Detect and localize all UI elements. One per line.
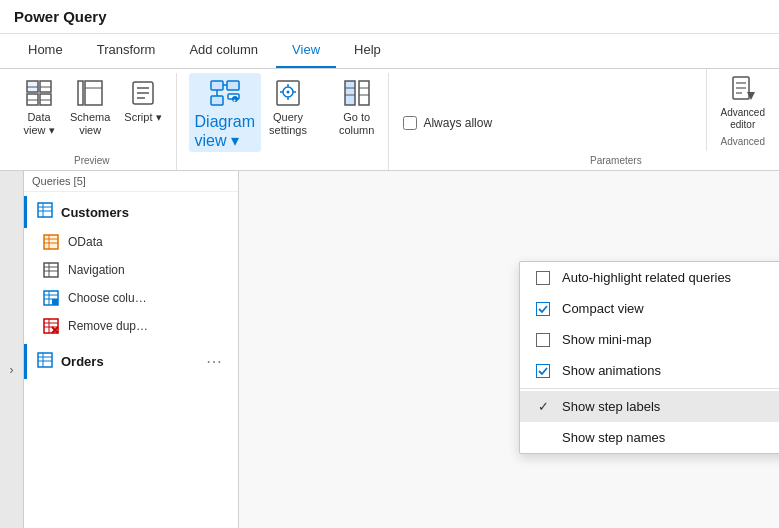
svg-rect-16 (227, 81, 239, 90)
always-allow-checkbox[interactable] (403, 116, 417, 130)
parameters-group-label: Parameters (590, 155, 642, 166)
schema-view-button[interactable]: Schemaview (64, 73, 116, 139)
data-view-icon (23, 77, 55, 109)
compact-view-check (534, 302, 552, 316)
auto-highlight-label: Auto-highlight related queries (562, 270, 731, 285)
navigation-icon (42, 261, 60, 279)
compact-view-label: Compact view (562, 301, 644, 316)
queries-list: Customers OData (24, 192, 238, 528)
tab-transform[interactable]: Transform (81, 34, 172, 68)
svg-rect-40 (38, 203, 52, 217)
odata-name: OData (68, 235, 103, 249)
always-allow-group: Always allow (393, 73, 503, 170)
compact-view-checkbox (536, 302, 550, 316)
odata-item[interactable]: OData (24, 228, 238, 256)
ribbon-group-diagram: + Diagramview ▾ (181, 73, 321, 170)
main-area: › Queries [5] Customers (0, 171, 779, 528)
choose-columns-icon (42, 289, 60, 307)
advanced-editor-icon (727, 73, 759, 105)
tab-view[interactable]: View (276, 34, 336, 68)
ribbon-group-layout: Go tocolumn - (325, 73, 389, 170)
choose-columns-name: Choose colu… (68, 291, 147, 305)
menu-compact-view[interactable]: Compact view (520, 293, 779, 324)
svg-rect-17 (211, 96, 223, 105)
remove-dup-item[interactable]: Remove dup… (24, 312, 238, 340)
script-button[interactable]: Script ▾ (118, 73, 167, 126)
svg-rect-56 (52, 299, 58, 305)
preview-buttons: Dataview ▾ Schemaview (16, 73, 168, 152)
navigation-item[interactable]: Navigation (24, 256, 238, 284)
show-step-names-label: Show step names (562, 430, 665, 445)
svg-rect-9 (85, 81, 102, 105)
menu-show-animations[interactable]: Show animations (520, 355, 779, 386)
auto-highlight-checkbox (536, 271, 550, 285)
data-view-button[interactable]: Dataview ▾ (16, 73, 62, 139)
ribbon-content: Dataview ▾ Schemaview (0, 69, 779, 171)
ribbon-tabs: Home Transform Add column View Help (0, 34, 779, 69)
queries-panel-label: Queries [5] (32, 175, 86, 187)
orders-name: Orders (61, 354, 104, 369)
odata-icon (42, 233, 60, 251)
menu-separator (520, 388, 779, 389)
menu-show-minimap[interactable]: Show mini-map (520, 324, 779, 355)
query-settings-icon (272, 77, 304, 109)
show-animations-label: Show animations (562, 363, 661, 378)
data-view-label: Dataview ▾ (23, 111, 54, 137)
show-minimap-check (534, 333, 552, 347)
remove-dup-name: Remove dup… (68, 319, 148, 333)
layout-buttons: Go tocolumn (333, 73, 380, 152)
svg-rect-63 (38, 353, 52, 367)
schema-view-icon (74, 77, 106, 109)
orders-menu-button[interactable]: ⋯ (200, 350, 228, 373)
remove-dup-icon (42, 317, 60, 335)
go-to-column-button[interactable]: Go tocolumn (333, 73, 380, 139)
diagram-buttons: + Diagramview ▾ (189, 73, 313, 152)
choose-columns-item[interactable]: Choose colu… (24, 284, 238, 312)
show-minimap-label: Show mini-map (562, 332, 652, 347)
orders-header[interactable]: Orders ⋯ (24, 344, 238, 379)
customers-name: Customers (61, 205, 129, 220)
menu-show-step-names[interactable]: Show step names (520, 422, 779, 453)
script-icon (127, 77, 159, 109)
navigation-name: Navigation (68, 263, 125, 277)
customers-group: Customers OData (24, 196, 238, 340)
svg-rect-31 (359, 81, 369, 105)
sidebar-collapse-button[interactable]: › (0, 171, 24, 528)
show-animations-checkbox (536, 364, 550, 378)
orders-group: Orders ⋯ (24, 344, 238, 379)
svg-rect-8 (78, 81, 83, 105)
always-allow-label: Always allow (423, 116, 492, 130)
title-bar: Power Query (0, 0, 779, 34)
ribbon-group-preview: Dataview ▾ Schemaview (8, 73, 177, 170)
show-animations-check (534, 364, 552, 378)
auto-highlight-check (534, 271, 552, 285)
diagram-view-button[interactable]: + Diagramview ▾ (189, 73, 261, 152)
menu-show-step-labels[interactable]: ✓ Show step labels (520, 391, 779, 422)
show-minimap-checkbox (536, 333, 550, 347)
tab-add-column[interactable]: Add column (173, 34, 274, 68)
query-settings-label: Querysettings (269, 111, 307, 137)
tab-home[interactable]: Home (12, 34, 79, 68)
show-step-labels-checkmark: ✓ (538, 399, 549, 414)
script-label: Script ▾ (124, 111, 161, 124)
diagram-area: Auto-highlight related queries Compact v… (239, 171, 779, 528)
svg-rect-44 (44, 235, 58, 249)
always-allow-checkbox-wrap[interactable]: Always allow (403, 116, 492, 130)
svg-rect-48 (44, 263, 58, 277)
tab-help[interactable]: Help (338, 34, 397, 68)
dropdown-menu: Auto-highlight related queries Compact v… (519, 261, 779, 454)
menu-auto-highlight[interactable]: Auto-highlight related queries (520, 262, 779, 293)
svg-rect-30 (345, 81, 355, 105)
show-step-labels-check: ✓ (534, 399, 552, 414)
customers-header[interactable]: Customers (24, 196, 238, 228)
advanced-editor-label: Advancededitor (721, 107, 765, 131)
ribbon-group-advanced: Advancededitor Advanced (706, 69, 779, 151)
advanced-buttons: Advancededitor (715, 69, 771, 133)
query-settings-button[interactable]: Querysettings (263, 73, 313, 139)
go-to-column-label: Go tocolumn (339, 111, 374, 137)
preview-group-label: Preview (16, 152, 168, 170)
advanced-group-label: Advanced (715, 133, 771, 151)
advanced-editor-button[interactable]: Advancededitor (715, 69, 771, 133)
diagram-view-icon: + (209, 77, 241, 113)
schema-view-label: Schemaview (70, 111, 110, 137)
